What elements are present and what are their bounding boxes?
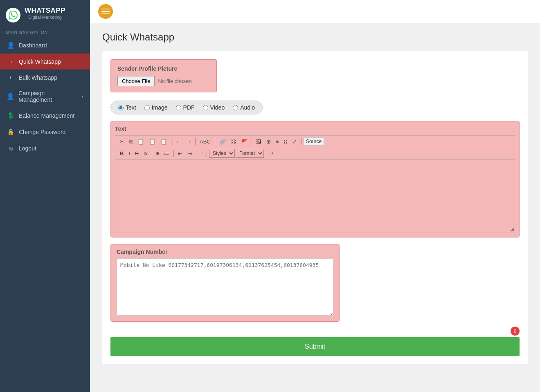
unlink-button[interactable]: ⛓ [229,138,238,146]
password-icon: 🔒 [7,128,15,136]
editor-body[interactable]: ◢ [115,159,515,233]
decrease-indent-button[interactable]: ⇤ [176,150,184,157]
sidebar-item-label: Campaign Management [18,90,78,103]
format-select[interactable]: Format [236,149,264,158]
main-content: Quick Whatsapp Sender Profile Picture Ch… [90,0,540,392]
sidebar-item-balance-management[interactable]: 💲 Balance Management [0,108,90,124]
styles-select[interactable]: Styles [209,149,235,158]
nav-label: MAIN NAVIGATION [0,26,90,37]
radio-image[interactable] [144,105,150,110]
table-button[interactable]: ⊞ [264,138,273,146]
paste-word-button[interactable]: 📋 [158,138,169,146]
special-char-button[interactable]: Ω [281,138,290,146]
editor-toolbar-row2: B I S Ix ≡ ≔ ⇤ ⇥ " Styles [115,147,515,159]
ordered-list-button[interactable]: ≡ [154,150,162,157]
char-count-badge: 0 [511,327,520,336]
svg-rect-2 [101,13,110,14]
radio-text-label-text: Text [126,104,136,111]
submit-row: Submit [110,337,520,356]
source-button[interactable]: Source [304,137,324,146]
radio-text[interactable] [118,105,124,110]
radio-audio-label[interactable]: Audio [233,104,255,111]
bold-button[interactable]: B [118,150,126,157]
sidebar-item-quick-whatsapp[interactable]: → Quick Whatsapp [0,54,90,69]
radio-pdf[interactable] [176,105,181,110]
toolbar-sep6 [152,150,152,157]
clear-format-button[interactable]: Ix [142,150,150,157]
toolbar-sep8 [196,150,196,157]
hline-button[interactable]: ≡ [274,138,281,146]
editor-toolbar-row1: ✂ ⎘ 📋 📋 📋 ← → ABC 🔗 ⛓ 🚩 🖼 ⊞ [115,135,515,147]
campaign-label: Campaign Number [117,249,333,255]
sidebar-item-label: Dashboard [19,42,47,49]
app-subtitle: Digital Marketing [25,15,65,24]
whatsapp-logo-icon [6,8,20,22]
toolbar-sep4 [252,138,252,145]
sidebar-item-bulk-whatsapp[interactable]: + Bulk Whatsapp [0,69,90,85]
menu-button[interactable] [98,4,113,19]
radio-audio-label-text: Audio [240,104,255,111]
sidebar-item-label: Balance Management [19,112,74,119]
toolbar-sep3 [215,138,215,145]
spellcheck-button[interactable]: ABC [198,138,213,146]
chevron-icon: ‹ [82,94,83,99]
svg-rect-1 [101,11,110,12]
char-count-row: 0 [110,327,520,336]
maximize-button[interactable]: ⤢ [290,138,299,146]
sidebar-nav: 👤 Dashboard → Quick Whatsapp + Bulk What… [0,37,90,156]
sidebar-item-campaign-management[interactable]: 👤 Campaign Management ‹ [0,85,90,108]
campaign-textarea[interactable] [117,258,333,316]
toolbar-sep10 [266,150,266,157]
text-editor-section: Text ✂ ⎘ 📋 📋 📋 ← → ABC 🔗 ⛓ 🚩 [110,121,520,237]
campaign-section: Campaign Number [110,244,340,322]
link-button[interactable]: 🔗 [217,138,228,146]
topbar [90,0,540,23]
sidebar-item-label: Bulk Whatsapp [19,74,57,81]
cut-button[interactable]: ✂ [118,138,126,146]
increase-indent-button[interactable]: ⇥ [185,150,194,157]
radio-video-label-text: Video [210,104,225,111]
blockquote-button[interactable]: " [198,150,205,157]
radio-pdf-label[interactable]: PDF [176,104,195,111]
sidebar-item-change-password[interactable]: 🔒 Change Password [0,124,90,140]
sidebar-item-logout[interactable]: ⎋ Logout [0,140,90,156]
dashboard-icon: 👤 [7,42,15,49]
radio-image-label[interactable]: Image [144,104,168,111]
toolbar-sep9 [207,150,207,157]
sidebar-item-label: Logout [19,145,36,152]
sender-profile-label: Sender Profile Picture [117,65,210,72]
radio-video-label[interactable]: Video [203,104,225,111]
radio-image-label-text: Image [152,104,168,111]
toolbar-sep1 [171,138,171,145]
redo-button[interactable]: → [184,138,193,146]
sidebar-logo: WHATSAPP Digital Marketing [0,0,90,26]
logout-icon: ⎋ [7,145,15,152]
campaign-icon: 👤 [7,93,14,100]
italic-button[interactable]: I [126,150,132,157]
app-name: WHATSAPP [25,7,65,15]
paste-text-button[interactable]: 📋 [147,138,158,146]
page-title: Quick Whatsapp [102,31,528,43]
radio-video[interactable] [203,105,208,110]
help-button[interactable]: ? [268,150,275,157]
anchor-button[interactable]: 🚩 [239,138,250,146]
no-file-text: No file chosen [155,78,191,84]
paste-button[interactable]: 📋 [135,138,146,146]
image-button[interactable]: 🖼 [254,138,263,146]
sender-profile-section: Sender Profile Picture Choose File No fi… [110,59,217,92]
radio-audio[interactable] [233,105,238,110]
campaign-row: Campaign Number [110,244,520,327]
sidebar: WHATSAPP Digital Marketing MAIN NAVIGATI… [0,0,90,392]
sidebar-item-dashboard[interactable]: 👤 Dashboard [0,37,90,54]
strike-button[interactable]: S [133,150,141,157]
undo-button[interactable]: ← [173,138,183,146]
svg-rect-0 [101,9,110,9]
balance-icon: 💲 [7,112,15,119]
toolbar-sep7 [173,150,174,157]
submit-button[interactable]: Submit [110,337,520,356]
radio-text-label[interactable]: Text [118,104,136,111]
copy-button[interactable]: ⎘ [127,138,135,146]
choose-file-button[interactable]: Choose File [117,76,155,86]
unordered-list-button[interactable]: ≔ [162,150,171,157]
sidebar-item-label: Change Password [19,129,65,135]
